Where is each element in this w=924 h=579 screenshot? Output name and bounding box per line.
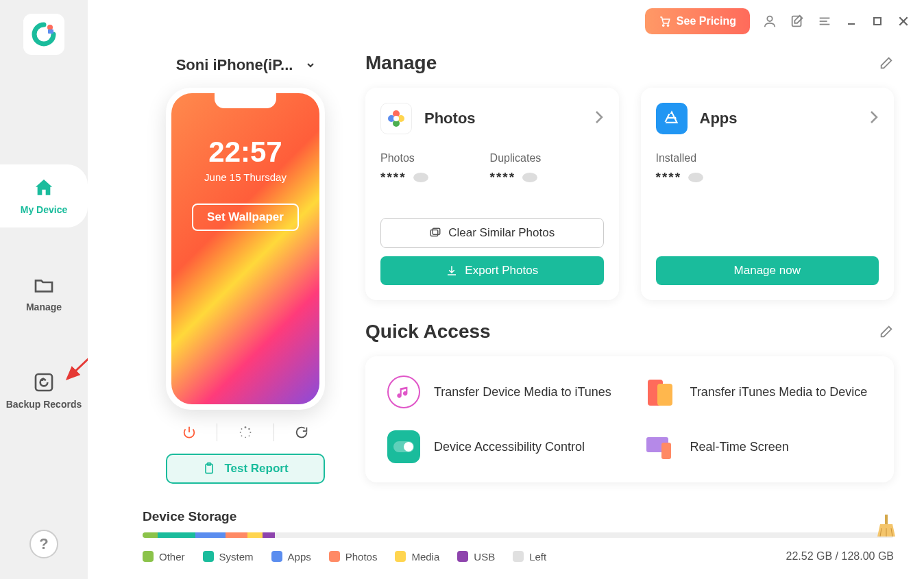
- see-pricing-button[interactable]: See Pricing: [645, 8, 750, 34]
- test-report-button[interactable]: Test Report: [166, 454, 325, 484]
- photos-card-header[interactable]: Photos: [380, 103, 604, 134]
- phone-preview: 22:57 June 15 Thursday Set Wallpaper: [166, 88, 325, 410]
- quick-access-title: Quick Access: [365, 321, 491, 343]
- legend-left: Left: [513, 551, 546, 563]
- see-pricing-label: See Pricing: [677, 15, 736, 27]
- export-photos-label: Export Photos: [465, 264, 538, 278]
- manage-header: Manage: [365, 52, 894, 74]
- feedback-icon[interactable]: [790, 14, 805, 29]
- phone-controls: [166, 417, 325, 448]
- help-button[interactable]: ?: [29, 530, 58, 558]
- eye-icon[interactable]: [688, 173, 703, 182]
- legend-other: Other: [143, 551, 185, 563]
- svg-point-15: [245, 426, 247, 428]
- duplicates-value: ****: [490, 170, 516, 185]
- svg-rect-31: [433, 228, 441, 234]
- svg-rect-37: [661, 443, 671, 459]
- chevron-right-icon: [594, 110, 604, 127]
- photos-title: Photos: [424, 110, 476, 127]
- device-name: Soni iPhone(iP...: [176, 56, 293, 74]
- app-logo: [23, 14, 64, 55]
- legend-usb: USB: [457, 551, 495, 563]
- chevron-right-icon: [869, 110, 879, 127]
- clipboard-icon: [202, 462, 216, 476]
- manage-title: Manage: [365, 52, 437, 74]
- clear-similar-label: Clear Similar Photos: [448, 226, 555, 240]
- export-photos-button[interactable]: Export Photos: [380, 256, 604, 285]
- set-wallpaper-button[interactable]: Set Wallpaper: [192, 204, 299, 231]
- svg-rect-33: [657, 384, 672, 406]
- svg-point-4: [662, 25, 664, 26]
- quick-label: Real-Time Screen: [690, 439, 789, 455]
- device-selector[interactable]: Soni iPhone(iP...: [143, 56, 348, 74]
- backup-icon: [33, 371, 55, 393]
- svg-rect-1: [48, 29, 53, 34]
- legend-apps: Apps: [271, 551, 311, 563]
- maximize-button[interactable]: [871, 14, 884, 28]
- top-bar: See Pricing: [645, 8, 910, 34]
- edit-icon[interactable]: [879, 56, 894, 71]
- photos-count-value: ****: [380, 170, 406, 185]
- photos-count-label: Photos: [380, 152, 428, 164]
- loading-icon[interactable]: [238, 425, 253, 440]
- close-button[interactable]: [897, 14, 910, 28]
- menu-icon[interactable]: [817, 14, 832, 29]
- storage-text: 22.52 GB / 128.00 GB: [786, 550, 894, 563]
- toggle-icon: [387, 430, 420, 463]
- power-icon[interactable]: [182, 425, 197, 440]
- apps-card-header[interactable]: Apps: [656, 103, 879, 134]
- phone-time: 22:57: [208, 136, 282, 169]
- quick-access-card: Transfer Device Media to iTunes Transfer…: [365, 356, 894, 482]
- legend-media: Media: [395, 551, 439, 563]
- nav-backup-records[interactable]: Backup Records: [0, 359, 88, 422]
- photos-stats: Photos **** Duplicates ****: [380, 152, 604, 185]
- phone-date: June 15 Thursday: [204, 171, 287, 183]
- download-icon: [446, 264, 458, 277]
- eye-icon[interactable]: [522, 173, 537, 182]
- svg-point-0: [47, 25, 53, 30]
- quick-transfer-to-itunes[interactable]: Transfer Device Media to iTunes: [387, 375, 616, 408]
- nav-my-device[interactable]: My Device: [0, 164, 88, 227]
- svg-point-20: [241, 435, 243, 436]
- installed-value: ****: [656, 170, 682, 185]
- broom-icon[interactable]: [876, 515, 897, 535]
- refresh-icon[interactable]: [294, 425, 309, 440]
- svg-rect-30: [431, 230, 439, 236]
- test-report-label: Test Report: [224, 462, 288, 476]
- phone-notch: [215, 93, 276, 108]
- itunes-icon: [387, 375, 420, 408]
- minimize-button[interactable]: [844, 14, 858, 28]
- cart-icon: [659, 15, 671, 27]
- screens-icon: [644, 430, 677, 463]
- svg-point-29: [393, 116, 399, 121]
- apps-card: Apps Installed **** Manage now: [641, 88, 895, 300]
- edit-icon[interactable]: [879, 324, 894, 339]
- quick-label: Transfer iTunes Media to Device: [690, 384, 868, 400]
- nav-label: Backup Records: [6, 399, 82, 410]
- quick-realtime-screen[interactable]: Real-Time Screen: [644, 430, 873, 463]
- storage-bar: [143, 532, 894, 538]
- svg-rect-2: [36, 374, 52, 391]
- svg-point-19: [245, 436, 246, 438]
- svg-point-35: [404, 442, 413, 452]
- storage-title: Device Storage: [143, 509, 894, 524]
- eye-icon[interactable]: [413, 173, 428, 182]
- svg-rect-38: [885, 515, 888, 524]
- nav-manage[interactable]: Manage: [0, 262, 88, 325]
- quick-access-section: Quick Access Transfer Device Media to iT…: [365, 321, 894, 482]
- storage-legend: Other System Apps Photos Media USB Left …: [143, 550, 894, 563]
- apps-title: Apps: [700, 110, 738, 127]
- clear-similar-button[interactable]: Clear Similar Photos: [380, 218, 604, 248]
- svg-point-5: [667, 25, 668, 26]
- quick-accessibility[interactable]: Device Accessibility Control: [387, 430, 616, 463]
- device-section: Soni iPhone(iP... 22:57 June 15 Thursday…: [143, 56, 348, 484]
- quick-transfer-to-device[interactable]: Transfer iTunes Media to Device: [644, 375, 873, 408]
- manage-now-button[interactable]: Manage now: [656, 256, 879, 285]
- svg-point-17: [250, 432, 251, 433]
- phone-screen: 22:57 June 15 Thursday Set Wallpaper: [171, 93, 319, 404]
- user-icon[interactable]: [762, 14, 777, 29]
- svg-point-18: [249, 435, 250, 436]
- home-icon: [33, 177, 55, 199]
- devices-icon: [644, 375, 677, 408]
- nav-label: Manage: [26, 301, 62, 312]
